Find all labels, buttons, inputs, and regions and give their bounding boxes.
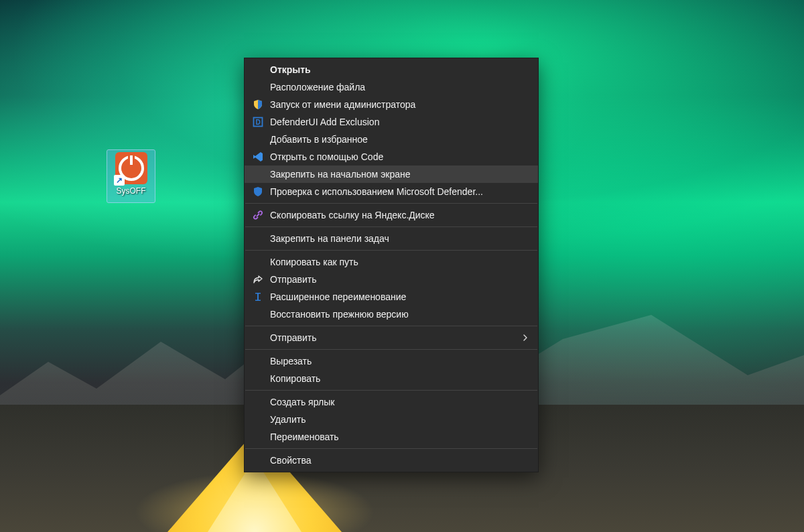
menu-separator [245, 448, 537, 449]
menu-item-pin-taskbar[interactable]: Закрепить на панели задач [245, 230, 538, 247]
menu-item-open-with-code[interactable]: Открыть с помощью Code [245, 148, 538, 165]
desktop-icon-sysoff[interactable]: ↗ SysOFF [107, 150, 155, 202]
menu-item-label: Добавить в избранное [270, 133, 529, 146]
link-icon [251, 208, 265, 222]
menu-item-label: Свойства [270, 454, 529, 467]
menu-item-label: Отправить [270, 273, 529, 286]
defender-shield-icon [251, 185, 265, 198]
menu-item-pin-start[interactable]: Закрепить на начальном экране [245, 165, 538, 183]
menu-item-label: DefenderUI Add Exclusion [270, 115, 529, 129]
menu-icon-empty [251, 430, 265, 444]
menu-separator [245, 250, 537, 251]
menu-icon-empty [251, 63, 265, 76]
menu-item-adv-rename[interactable]: Расширенное переименование [245, 288, 538, 306]
menu-icon-empty [251, 372, 265, 385]
menu-item-open[interactable]: Открыть [245, 61, 538, 78]
menu-item-label: Отправить [270, 331, 522, 344]
menu-icon-empty [251, 255, 265, 269]
menu-item-label: Восстановить прежнюю версию [270, 308, 529, 321]
menu-icon-empty [251, 308, 265, 321]
menu-item-add-favorites[interactable]: Добавить в избранное [245, 131, 538, 148]
menu-item-send-to[interactable]: Отправить [245, 329, 538, 346]
menu-icon-empty [251, 395, 265, 409]
shield-uac-icon [251, 98, 265, 111]
menu-item-label: Проверка с использованием Microsoft Defe… [270, 185, 529, 198]
menu-item-label: Закрепить на начальном экране [270, 168, 529, 181]
chevron-right-icon [522, 334, 529, 341]
menu-item-label: Открыть с помощью Code [270, 150, 529, 163]
menu-separator [245, 226, 537, 227]
menu-icon-empty [251, 354, 265, 368]
menu-item-rename[interactable]: Переименовать [245, 428, 538, 446]
menu-item-label: Копировать как путь [270, 255, 529, 269]
menu-separator [245, 349, 537, 350]
menu-item-label: Расширенное переименование [270, 290, 529, 304]
shortcut-overlay-icon: ↗ [114, 175, 125, 186]
menu-item-defenderui[interactable]: DefenderUI Add Exclusion [245, 113, 538, 131]
menu-item-delete[interactable]: Удалить [245, 411, 538, 428]
menu-item-copy-as-path[interactable]: Копировать как путь [245, 253, 538, 271]
menu-icon-empty [251, 454, 265, 467]
menu-item-label: Расположение файла [270, 80, 529, 94]
menu-item-restore-prev[interactable]: Восстановить прежнюю версию [245, 306, 538, 323]
vscode-icon [251, 150, 265, 163]
desktop-icon-label: SysOFF [107, 186, 155, 196]
share-icon [251, 273, 265, 286]
menu-item-label: Скопировать ссылку на Яндекс.Диске [270, 208, 529, 222]
menu-item-label: Открыть [270, 63, 529, 76]
menu-item-label: Вырезать [270, 354, 529, 368]
menu-icon-empty [251, 331, 265, 344]
menu-separator [245, 326, 537, 326]
menu-icon-empty [251, 133, 265, 146]
menu-item-label: Запуск от имени администратора [270, 98, 529, 111]
menu-item-file-location[interactable]: Расположение файла [245, 78, 538, 96]
menu-item-label: Закрепить на панели задач [270, 232, 529, 245]
menu-icon-empty [251, 232, 265, 245]
menu-item-label: Копировать [270, 372, 529, 385]
menu-icon-empty [251, 413, 265, 426]
rename-icon [251, 290, 265, 304]
menu-item-label: Переименовать [270, 430, 529, 444]
menu-item-cut[interactable]: Вырезать [245, 352, 538, 370]
menu-icon-empty [251, 168, 265, 181]
menu-item-properties[interactable]: Свойства [245, 452, 538, 469]
menu-item-copy[interactable]: Копировать [245, 370, 538, 387]
menu-item-create-shortcut[interactable]: Создать ярлык [245, 393, 538, 411]
menu-item-run-as-admin[interactable]: Запуск от имени администратора [245, 96, 538, 113]
menu-item-scan-defender[interactable]: Проверка с использованием Microsoft Defe… [245, 183, 538, 200]
menu-item-send[interactable]: Отправить [245, 271, 538, 288]
menu-icon-empty [251, 80, 265, 94]
menu-item-yadisk-link[interactable]: Скопировать ссылку на Яндекс.Диске [245, 206, 538, 224]
defenderui-icon [251, 115, 265, 129]
menu-item-label: Создать ярлык [270, 395, 529, 409]
menu-separator [245, 203, 537, 204]
sysoff-app-icon: ↗ [115, 152, 147, 184]
menu-separator [245, 390, 537, 391]
context-menu: ОткрытьРасположение файлаЗапуск от имени… [244, 58, 539, 472]
menu-item-label: Удалить [270, 413, 529, 426]
